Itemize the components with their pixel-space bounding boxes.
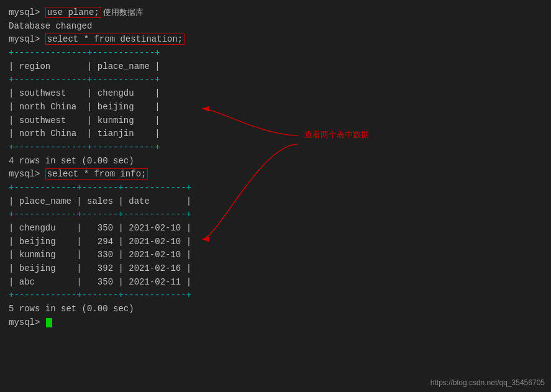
terminal-line: | beijing | 392 | 2021-02-16 | [9,262,542,276]
prompt: mysql> [9,34,40,44]
terminal-line: | beijing | 294 | 2021-02-10 | [9,235,542,249]
terminal-line: mysql> select * from destination; [9,33,542,47]
prompt: mysql> [9,169,40,179]
sql-command: select * from destination; [45,34,184,45]
terminal-line: | north China | tianjin | [9,127,542,141]
terminal-line: | southwest | chengdu | [9,87,542,101]
prompt: mysql> [9,317,45,327]
terminal-line: +--------------+------------+ [9,47,542,60]
terminal-line: +------------+-------+------------+ [9,289,542,303]
sql-command: use plane; [45,7,101,18]
terminal-line: 5 rows in set (0.00 sec) [9,303,542,316]
terminal-line: +------------+-------+------------+ [9,208,542,222]
terminal-line: | place_name | sales | date | [9,195,542,209]
terminal-line: | north China | beijing | [9,101,542,114]
terminal-line: | kunming | 330 | 2021-02-10 | [9,248,542,262]
terminal-line: | chengdu | 350 | 2021-02-10 | [9,222,542,235]
terminal-line: +--------------+------------+ [9,73,542,87]
terminal-line: | abc | 350 | 2021-02-11 | [9,276,542,289]
sql-command: select * from info; [45,168,148,180]
terminal-line: mysql> [9,316,542,330]
terminal-line: | southwest | kunming | [9,114,542,128]
terminal-cursor [46,318,52,327]
terminal-line: | region | place_name | [9,60,542,74]
terminal-line: +--------------+------------+ [9,141,542,155]
terminal-line: mysql> use plane; 使用数据库 [9,6,542,20]
terminal-line: 4 rows in set (0.00 sec) [9,155,542,168]
terminal-line: mysql> select * from info; [9,168,542,181]
prompt: mysql> [9,7,40,17]
watermark: https://blog.csdn.net/qq_35456705 [430,378,545,387]
sql-comment: 使用数据库 [101,7,144,17]
terminal-line: Database changed [9,20,542,34]
annotation-text: 查看两个表中数据 [304,129,369,140]
terminal-line: +------------+-------+------------+ [9,181,542,195]
terminal-output: mysql> use plane; 使用数据库Database changedm… [9,6,542,330]
